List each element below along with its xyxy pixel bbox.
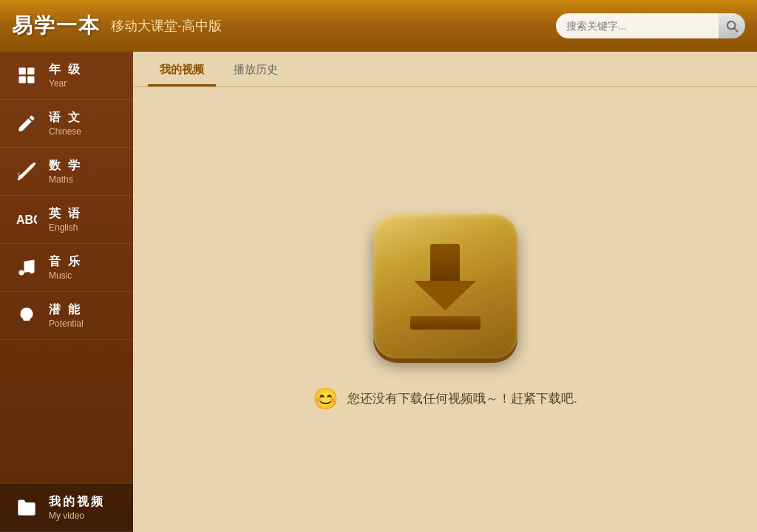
download-icon-wrap	[371, 209, 519, 364]
sidebar-label-zh-english: 英 语	[49, 206, 82, 222]
sidebar-item-english[interactable]: ABC 英 语 English	[0, 196, 133, 244]
sidebar-label-zh-chinese: 语 文	[49, 110, 82, 126]
search-bar	[556, 13, 745, 38]
sidebar-label-en-chinese: Chinese	[49, 126, 82, 137]
layout: 年 级 Year 语 文 Chinese 数 学 Maths	[0, 52, 757, 532]
empty-text: 您还没有下载任何视频哦～！赶紧下载吧.	[347, 390, 577, 407]
sidebar-label-en-maths: Maths	[49, 174, 82, 185]
svg-rect-5	[27, 76, 34, 83]
sidebar-label-zh-year: 年 级	[49, 62, 82, 78]
music-icon	[13, 254, 40, 281]
sidebar-item-year[interactable]: 年 级 Year	[0, 52, 133, 100]
svg-rect-2	[19, 68, 26, 75]
sidebar-label-zh-maths: 数 学	[49, 158, 82, 174]
sidebar-label-en-year: Year	[49, 78, 82, 89]
search-button[interactable]	[719, 13, 745, 38]
svg-point-9	[30, 268, 35, 273]
sidebar-item-maths[interactable]: 数 学 Maths	[0, 148, 133, 196]
logo: 易学一本 移动大课堂-高中版	[12, 12, 222, 40]
main-content: 我的视频 播放历史 😊 您	[133, 52, 757, 532]
sidebar-label-zh-music: 音 乐	[49, 254, 82, 270]
abc-icon: ABC	[13, 206, 40, 233]
pen-icon	[13, 110, 40, 137]
svg-point-8	[19, 270, 24, 276]
sidebar-label-zh-myvideo: 我的视频	[49, 494, 105, 510]
sidebar-item-music[interactable]: 音 乐 Music	[0, 244, 133, 292]
svg-line-11	[20, 309, 21, 310]
sidebar-item-potential[interactable]: 潜 能 Potential	[0, 292, 133, 340]
svg-line-1	[734, 28, 737, 31]
download-box	[373, 214, 517, 358]
search-input[interactable]	[556, 13, 719, 38]
grid-icon	[13, 62, 40, 89]
download-arrow	[410, 244, 481, 330]
smiley-icon: 😊	[313, 386, 339, 411]
empty-message: 😊 您还没有下载任何视频哦～！赶紧下载吧.	[313, 386, 577, 411]
svg-text:ABC: ABC	[16, 214, 37, 226]
tab-play-history[interactable]: 播放历史	[222, 55, 290, 86]
sidebar-label-zh-potential: 潜 能	[49, 302, 84, 318]
sidebar-label-en-music: Music	[49, 270, 82, 281]
sidebar-label-en-english: English	[49, 222, 82, 233]
search-icon	[725, 19, 739, 33]
sidebar-label-en-myvideo: My video	[49, 511, 105, 521]
sidebar-label-en-potential: Potential	[49, 318, 84, 329]
header: 易学一本 移动大课堂-高中版	[0, 0, 757, 52]
sidebar-item-myvideo[interactable]: 我的视频 My video	[0, 483, 133, 532]
sidebar: 年 级 Year 语 文 Chinese 数 学 Maths	[0, 52, 133, 532]
content-area: 😊 您还没有下载任何视频哦～！赶紧下载吧.	[133, 87, 757, 532]
tab-bar: 我的视频 播放历史	[133, 52, 757, 87]
svg-rect-6	[18, 163, 34, 179]
logo-sub: 移动大课堂-高中版	[111, 17, 222, 35]
svg-rect-3	[27, 68, 34, 75]
svg-rect-4	[19, 76, 26, 83]
tab-my-videos[interactable]: 我的视频	[148, 55, 216, 86]
logo-main: 易学一本	[12, 12, 101, 40]
folder-icon	[13, 494, 40, 521]
bulb-icon	[13, 302, 40, 329]
ruler-icon	[13, 158, 40, 185]
sidebar-item-chinese[interactable]: 语 文 Chinese	[0, 100, 133, 148]
